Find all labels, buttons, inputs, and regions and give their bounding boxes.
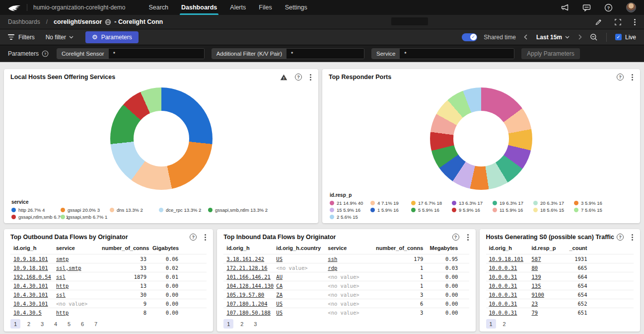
legend-item[interactable]: dce_rpc 13.3% 2 <box>159 206 208 213</box>
table-cell[interactable]: 10.4.30.101 <box>10 290 53 299</box>
corelight-sensor-input[interactable] <box>109 49 204 59</box>
page-button[interactable]: 2 <box>237 319 247 329</box>
kebab-menu-icon[interactable] <box>631 234 634 241</box>
table-cell[interactable]: 10.9.18.101 <box>486 254 529 263</box>
nav-item-dashboards[interactable]: Dashboards <box>175 0 223 15</box>
kebab-menu-icon[interactable] <box>467 234 469 241</box>
service-input[interactable] <box>400 49 514 59</box>
kebab-menu-icon[interactable] <box>631 74 634 81</box>
table-cell[interactable]: 10.9.18.101 <box>10 254 53 263</box>
table-cell[interactable]: AU <box>273 272 325 281</box>
edit-pencil-icon[interactable] <box>595 18 602 26</box>
donut-chart-responder-ports[interactable] <box>430 87 532 190</box>
page-button[interactable]: 4 <box>51 319 61 329</box>
help-icon[interactable]: ? <box>42 50 49 57</box>
zoom-out-time-icon[interactable] <box>590 33 598 41</box>
legend-item[interactable]: dns 13.3% 2 <box>110 206 159 213</box>
page-button[interactable]: 1 <box>10 319 20 329</box>
warning-icon[interactable]: ! <box>280 74 287 81</box>
kebab-menu-icon[interactable] <box>634 19 636 25</box>
legend-item[interactable]: 18 5.6% 15 <box>533 206 574 213</box>
help-icon[interactable]: ? <box>604 3 613 12</box>
legend-item[interactable]: http 26.7% 4 <box>11 206 61 213</box>
table-cell[interactable]: 104.128.144.130 <box>223 281 273 290</box>
page-button[interactable]: 2 <box>500 319 509 329</box>
kebab-menu-icon[interactable] <box>309 74 312 81</box>
table-cell[interactable]: 10.0.0.31 <box>486 263 529 272</box>
kebab-menu-icon[interactable] <box>204 234 207 241</box>
legend-item[interactable]: 20 6.3% 17 <box>533 199 574 206</box>
time-forward-chevron-icon[interactable] <box>577 34 583 40</box>
user-avatar[interactable] <box>626 2 636 12</box>
legend-item[interactable]: 7 5.6% 15 <box>574 206 615 213</box>
additional-filter-input[interactable] <box>286 49 364 59</box>
table-cell[interactable]: US <box>273 299 325 308</box>
legend-item[interactable]: gssapi,smb,ntlm 13.3% 2 <box>208 206 257 213</box>
page-button[interactable]: 2 <box>24 319 34 329</box>
table-cell[interactable]: 139 <box>529 272 562 281</box>
table-cell[interactable]: 107.180.50.188 <box>223 308 273 317</box>
table-cell[interactable]: 192.168.0.54 <box>10 272 53 281</box>
table-cell[interactable]: 3.18.161.242 <box>223 254 273 263</box>
legend-item[interactable]: 13 6.3% 17 <box>452 199 493 206</box>
page-button[interactable]: 3 <box>250 319 260 329</box>
donut-chart-services[interactable] <box>110 87 213 190</box>
page-button[interactable]: 6 <box>77 319 87 329</box>
table-cell[interactable]: 135 <box>529 281 562 290</box>
legend-item[interactable]: 19 6.3% 17 <box>493 199 533 206</box>
time-back-chevron-icon[interactable] <box>522 34 529 40</box>
table-cell[interactable]: smtp <box>53 254 99 263</box>
legend-item[interactable]: 11 5.9% 16 <box>493 206 533 213</box>
table-cell[interactable]: 105.19.57.80 <box>223 290 273 299</box>
feedback-icon[interactable] <box>582 4 591 11</box>
legend-item[interactable]: 17 6.7% 18 <box>411 199 452 206</box>
legend-item[interactable]: 2 5.6% 15 <box>330 213 370 220</box>
table-cell[interactable]: http <box>53 308 99 317</box>
help-icon[interactable]: ? <box>617 234 624 241</box>
breadcrumb-dashboards-link[interactable]: Dashboards <box>8 18 40 25</box>
table-cell[interactable]: 10.4.30.5 <box>10 308 53 317</box>
page-button[interactable]: 3 <box>37 319 47 329</box>
time-range-selector[interactable]: Last 15m <box>535 34 571 41</box>
table-cell[interactable]: ssl,smtp <box>53 263 99 272</box>
legend-item[interactable]: 5 5.9% 16 <box>411 206 452 213</box>
legend-item[interactable]: 3 5.9% 16 <box>574 199 615 206</box>
table-cell[interactable]: 23 <box>529 299 562 308</box>
legend-item[interactable]: 4 7.1% 19 <box>370 199 411 206</box>
filter-selector[interactable]: No filter <box>46 34 73 41</box>
help-icon[interactable]: ? <box>617 74 624 81</box>
legend-item[interactable]: 15 5.9% 16 <box>330 206 370 213</box>
table-cell[interactable]: ssl <box>53 290 99 299</box>
page-button[interactable]: 1 <box>223 319 233 329</box>
crowdstrike-falcon-logo-icon[interactable] <box>8 3 21 12</box>
table-cell[interactable]: ZA <box>273 290 325 299</box>
table-cell[interactable]: 79 <box>529 308 562 317</box>
help-icon[interactable]: ? <box>190 234 197 241</box>
table-cell[interactable]: 10.4.30.101 <box>10 281 53 290</box>
page-button[interactable]: 7 <box>91 319 101 329</box>
table-cell[interactable]: 101.166.146.21 <box>223 272 273 281</box>
table-cell[interactable]: CA <box>273 281 325 290</box>
table-cell[interactable]: 107.180.1.204 <box>223 299 273 308</box>
table-cell[interactable]: 80 <box>529 263 562 272</box>
nav-item-files[interactable]: Files <box>252 0 278 15</box>
table-cell[interactable]: US <box>273 254 325 263</box>
legend-item[interactable]: 9 5.9% 16 <box>452 206 493 213</box>
table-cell[interactable]: 587 <box>529 254 562 263</box>
help-icon[interactable]: ? <box>452 234 459 241</box>
legend-item[interactable]: gssapi,smb 6.7% 1 <box>61 213 110 220</box>
table-cell[interactable]: 10.9.18.101 <box>10 263 53 272</box>
legend-item[interactable]: 21 14.9% 40 <box>330 199 370 206</box>
legend-item[interactable]: 1 5.9% 16 <box>370 206 411 213</box>
shared-time-toggle[interactable]: ✓ <box>462 33 477 41</box>
page-button[interactable]: 1 <box>486 319 496 329</box>
legend-item[interactable]: gssapi 20.0% 3 <box>61 206 110 213</box>
table-cell[interactable]: ssh <box>325 254 370 263</box>
table-cell[interactable]: US <box>273 308 325 317</box>
filters-button[interactable]: Filters <box>8 34 35 41</box>
parameters-button[interactable]: ⚙ Parameters <box>85 31 139 43</box>
nav-item-search[interactable]: Search <box>142 0 175 15</box>
table-cell[interactable]: ssl <box>53 272 99 281</box>
table-cell[interactable]: 10.0.0.31 <box>486 308 529 317</box>
table-cell[interactable]: rdp <box>325 263 370 272</box>
